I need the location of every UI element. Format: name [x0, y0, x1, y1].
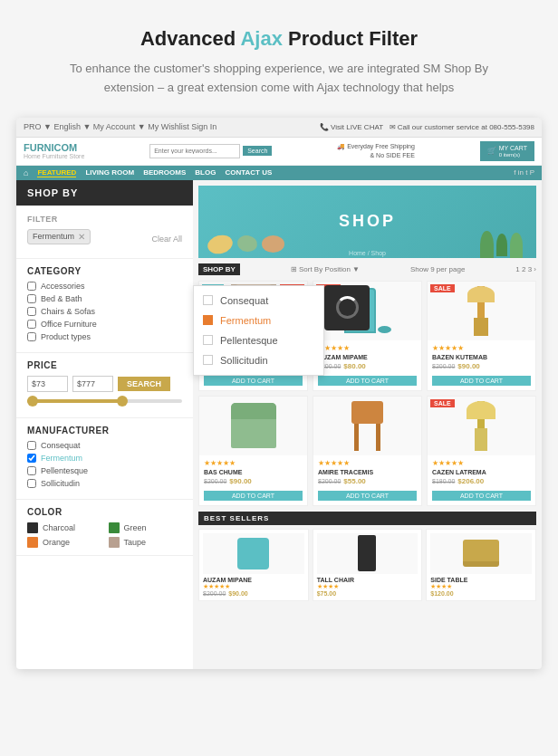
manufacturer-sollicitudin[interactable]: Sollicitudin — [27, 479, 182, 488]
add-to-cart-6[interactable]: ADD TO CART — [432, 491, 531, 501]
dd-checkbox-sollicitudin[interactable] — [203, 355, 213, 365]
color-taupe[interactable]: Taupe — [109, 537, 183, 548]
checkbox-fermentum[interactable] — [27, 454, 36, 463]
pagination[interactable]: 1 2 3 › — [515, 265, 536, 273]
main-title: Advanced Ajax Product Filter — [140, 27, 418, 51]
category-office-furniture[interactable]: Office Furniture — [27, 320, 182, 329]
nav-item-bedrooms[interactable]: BEDROOMS — [143, 168, 186, 177]
product-price-row-4: $200.00 $90.00 — [204, 477, 303, 485]
sidebar-manufacturer-section: MANUFACTURER Consequat Fermentum Pellent… — [16, 418, 193, 500]
bs-name-3: SIDE TABLE — [430, 577, 532, 583]
dropdown-item-pellentesque[interactable]: Pellentesque — [194, 330, 323, 350]
bs-price-2: $75.00 — [317, 590, 418, 597]
add-to-cart-1[interactable]: ADD TO CART — [204, 376, 303, 386]
price-slider-thumb-left[interactable] — [27, 396, 38, 407]
price-search-button[interactable]: SEARCH — [118, 377, 170, 391]
price-range-row: SEARCH — [27, 376, 182, 392]
product-new-price-6: $206.00 — [457, 477, 484, 485]
price-slider[interactable] — [27, 399, 182, 403]
product-image-5 — [313, 397, 421, 455]
bs-image-3 — [430, 533, 532, 574]
product-old-price-5: $200.00 — [318, 478, 341, 484]
shop-cart-area[interactable]: 🛒 MY CART0 item(s) — [480, 141, 534, 161]
shop-nav: ⌂ FEATURED LIVING ROOM BEDROOMS BLOG CON… — [16, 166, 542, 180]
checkbox-sollicitudin[interactable] — [27, 479, 36, 488]
dropdown-item-sollicitudin[interactable]: Sollicitudin — [194, 350, 323, 370]
product-name-5: AMIRE TRACEMIS — [318, 469, 417, 475]
product-image-4 — [199, 397, 307, 455]
checkbox-office-furniture[interactable] — [27, 320, 36, 329]
banner-plant — [480, 231, 523, 258]
orange-swatch[interactable] — [27, 537, 38, 548]
filter-tag[interactable]: Fermentum ✕ — [27, 229, 91, 244]
category-product-types[interactable]: Product types — [27, 332, 182, 341]
product-price-row-5: $200.00 $55.00 — [318, 477, 417, 485]
price-slider-thumb-right[interactable] — [117, 396, 128, 407]
checkbox-consequat[interactable] — [27, 441, 36, 450]
nav-item-contact-us[interactable]: CONTACT US — [225, 168, 272, 177]
live-chat-text: 📞 Visit LIVE CHAT ✉ Call our customer se… — [320, 123, 534, 131]
price-title: PRICE — [27, 360, 182, 370]
product-new-price-5: $55.00 — [343, 477, 365, 485]
shop-search-area[interactable]: Search — [149, 144, 272, 158]
dd-checkbox-pellentesque[interactable] — [203, 335, 213, 345]
shop-search-button[interactable]: Search — [243, 146, 272, 156]
social-icons: f in t P — [514, 168, 534, 177]
sort-label: ⊞ Sort By Position ▼ — [291, 265, 360, 273]
category-title: CATEGORY — [27, 266, 182, 276]
bs-old-price-1: $200.00 — [203, 590, 226, 597]
dropdown-item-consequat[interactable]: Consequat — [194, 291, 323, 311]
nav-item-living-room[interactable]: LIVING ROOM — [85, 168, 134, 177]
breadcrumb: Home / Shop — [349, 250, 386, 256]
color-charcoal[interactable]: Charcoal — [27, 522, 101, 533]
clear-all-button[interactable]: Clear All — [151, 234, 182, 244]
checkbox-chairs-sofas[interactable] — [27, 307, 36, 316]
color-green[interactable]: Green — [109, 522, 183, 533]
color-orange[interactable]: Orange — [27, 537, 101, 548]
filter-tag-remove[interactable]: ✕ — [78, 232, 85, 242]
product-stars-3: ★★★★★ — [432, 344, 531, 352]
category-chairs-sofas[interactable]: Chairs & Sofas — [27, 307, 182, 316]
price-max-input[interactable] — [72, 376, 113, 392]
shop-search-input[interactable] — [149, 144, 240, 158]
product-name-4: BAS CHUME — [204, 469, 303, 475]
home-nav-icon[interactable]: ⌂ — [24, 168, 28, 177]
nav-item-blog[interactable]: BLOG — [195, 168, 216, 177]
bs-price-3: $120.00 — [430, 590, 532, 597]
product-old-price-3: $200.00 — [432, 363, 455, 369]
bs-image-1 — [203, 533, 304, 574]
add-to-cart-4[interactable]: ADD TO CART — [204, 491, 303, 501]
product-new-price-4: $90.00 — [229, 477, 251, 485]
manufacturer-consequat[interactable]: Consequat — [27, 441, 182, 450]
checkbox-product-types[interactable] — [27, 332, 36, 341]
checkbox-pellentesque[interactable] — [27, 466, 36, 475]
add-to-cart-2[interactable]: ADD TO CART — [318, 376, 417, 386]
dropdown-item-fermentum[interactable]: Fermentum — [194, 311, 323, 330]
green-swatch[interactable] — [109, 522, 120, 533]
add-to-cart-3[interactable]: ADD TO CART — [432, 376, 531, 386]
product-price-row-2: $200.00 $80.00 — [318, 362, 417, 370]
taupe-swatch[interactable] — [109, 537, 120, 548]
shop-logo-sub: Home Furniture Store — [24, 153, 84, 159]
checkbox-bed-bath[interactable] — [27, 294, 36, 303]
category-accessories[interactable]: Accessories — [27, 282, 182, 291]
product-card-3: SALE ★★★★★ BAZEN KUTEMAB — [427, 281, 536, 391]
color-title: COLOR — [27, 507, 182, 517]
manufacturer-pellentesque[interactable]: Pellentesque — [27, 466, 182, 475]
manufacturer-fermentum[interactable]: Fermentum — [27, 454, 182, 463]
charcoal-swatch[interactable] — [27, 522, 38, 533]
dd-checkbox-fermentum[interactable] — [203, 315, 213, 325]
dd-checkbox-consequat[interactable] — [203, 295, 213, 305]
price-min-input[interactable] — [27, 376, 68, 392]
checkbox-accessories[interactable] — [27, 282, 36, 291]
products-toolbar: SHOP BY ⊞ Sort By Position ▼ Show 9 per … — [198, 263, 536, 275]
subtitle: To enhance the customer's shopping exper… — [62, 60, 496, 98]
sidebar-category-section: CATEGORY Accessories Bed & Bath Chairs &… — [16, 259, 193, 353]
add-to-cart-5[interactable]: ADD TO CART — [318, 491, 417, 501]
category-bed-bath[interactable]: Bed & Bath — [27, 294, 182, 303]
product-name-3: BAZEN KUTEMAB — [432, 354, 531, 360]
product-shape-3 — [461, 286, 502, 336]
product-new-price-2: $80.00 — [343, 362, 365, 370]
nav-item-featured[interactable]: FEATURED — [37, 168, 76, 177]
page-wrapper: Advanced Ajax Product Filter To enhance … — [0, 0, 558, 687]
